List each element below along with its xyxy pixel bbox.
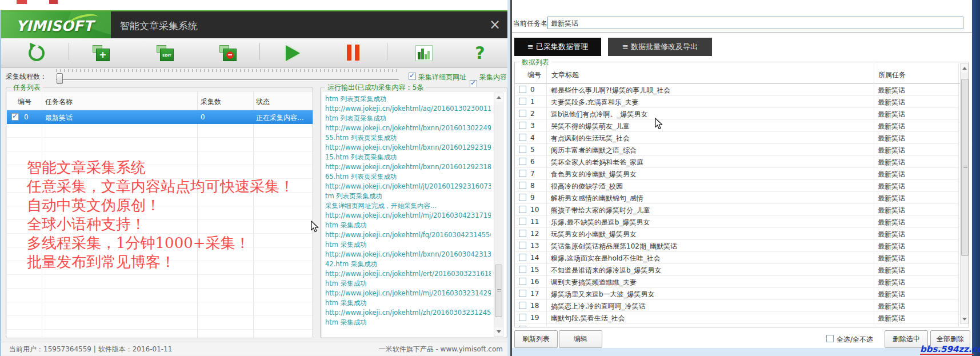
row-task: 最新笑话: [878, 326, 905, 327]
row-checkbox[interactable]: [519, 182, 526, 189]
article-row[interactable]: 15 不知道是谁请来的爆冷逗b_爆笑男女 最新笑话: [515, 264, 958, 276]
article-row[interactable]: 14 糗爆,这场面实在是hold不住哇_社会 最新笑话: [515, 252, 958, 264]
article-row[interactable]: 6 笑坏全家人的老妈和老爸_家庭 最新笑话: [515, 156, 958, 168]
task-row-selected[interactable]: 0 最新笑话 0 正在采集内容...: [7, 110, 313, 124]
row-checkbox[interactable]: [519, 134, 526, 141]
thread-slider[interactable]: [56, 79, 399, 81]
row-checkbox[interactable]: [519, 86, 526, 93]
row-checkbox[interactable]: [519, 290, 526, 297]
row-checkbox[interactable]: [519, 206, 526, 213]
help-button[interactable]: ?: [469, 41, 491, 65]
slider-handle[interactable]: [57, 73, 63, 84]
row-title: 笑很简单,逗b一出现我就笑了_爆笑男女: [551, 326, 670, 327]
output-line: http://www.jokeji.cn/jokehtml/bxnn/20160…: [325, 162, 491, 172]
status-brand: 一米软件旗下产品 - www.yimisoft.com: [379, 345, 503, 354]
row-checkbox[interactable]: [519, 218, 526, 225]
row-checkbox[interactable]: [519, 170, 526, 177]
task-row-checkbox[interactable]: [11, 113, 19, 121]
refresh-button[interactable]: [25, 41, 48, 65]
article-row[interactable]: 7 食色男女的冷幽默_爆笑男女 最新笑话: [515, 168, 958, 180]
close-icon[interactable]: ×: [485, 15, 505, 34]
row-checkbox[interactable]: [519, 254, 526, 261]
row-checkbox[interactable]: [519, 98, 526, 105]
article-row[interactable]: 4 有点讽刺的生活玩笑_社会 最新笑话: [515, 132, 958, 144]
article-row[interactable]: 12 玩笑男女的小幽默_爆笑男女 最新笑话: [515, 228, 958, 240]
col-id: 编号: [18, 97, 31, 107]
screen-artifact: [17, 0, 27, 4]
row-checkbox[interactable]: [519, 278, 526, 285]
article-row[interactable]: 5 阅历丰富者的幽默之语_综合 最新笑话: [515, 144, 958, 156]
scroll-down-icon[interactable]: [494, 327, 503, 336]
article-row[interactable]: 17 爆笑场里又来逗b一大波_爆笑男女 最新笑话: [515, 288, 958, 300]
output-group-title: 运行输出(已成功采集内容：5条: [325, 83, 426, 93]
article-row[interactable]: 16 调到夫妻搞笑频道瞧瞧_夫妻 最新笑话: [515, 276, 958, 288]
promo-line: 批量发布到常见博客！: [27, 253, 294, 271]
scrollbar-thumb[interactable]: [495, 265, 502, 317]
start-button[interactable]: [281, 41, 304, 65]
refresh-list-button[interactable]: 刷新列表: [514, 330, 558, 348]
row-checkbox[interactable]: [519, 326, 526, 327]
article-row[interactable]: 0 都是些什么事儿啊?!爆笑的事儿呗_社会 最新笑话: [515, 84, 958, 96]
row-task: 最新笑话: [878, 206, 905, 215]
article-row[interactable]: 18 搞笑恋上冷,冷的直呵呵_冷笑话 最新笑话: [515, 300, 958, 312]
titlebar[interactable]: YIMISOFT 智能文章采集系统 ×: [1, 10, 509, 38]
detail-url-checkbox[interactable]: [409, 73, 416, 80]
edit-button[interactable]: 编辑: [559, 330, 602, 348]
promo-line: 任意采集，文章内容站点均可快速采集！: [27, 177, 294, 196]
article-row[interactable]: 13 笑话集原创笑话精品展第102期_幽默笑话 最新笑话: [515, 240, 958, 252]
output-log: htm 列表页采集成功http://www.jokeji.cn/jokehtml…: [325, 94, 491, 333]
delete-task-icon: [219, 45, 237, 61]
row-checkbox[interactable]: [519, 230, 526, 237]
promo-line: 自动中英文伪原创！: [27, 196, 294, 215]
article-row[interactable]: 9 解析男女感情的幽默锦句_感情 最新笑话: [515, 192, 958, 204]
article-row[interactable]: 19 幽默句段,笑看生活_社会 最新笑话: [515, 312, 958, 324]
article-row[interactable]: 2 逗b说他们有点冷啊。_爆笑男女 最新笑话: [515, 108, 958, 120]
article-row[interactable]: 3 哭笑不得的爆笑萌友_儿童 最新笑话: [515, 120, 958, 132]
scroll-up-icon[interactable]: [494, 93, 503, 102]
task-row-count: 0: [201, 113, 205, 121]
slider-ticks: [56, 69, 399, 72]
row-checkbox[interactable]: [519, 266, 526, 273]
select-all-checkbox[interactable]: [826, 335, 834, 342]
article-row[interactable]: 1 夫妻笑段多,充满喜和乐_夫妻 最新笑话: [515, 96, 958, 108]
task-row-status: 正在采集内容...: [256, 113, 303, 123]
output-line: http://www.jokeji.cn/jokehtml/bxnn/20160…: [325, 123, 491, 133]
delete-task-button[interactable]: [217, 41, 239, 65]
output-line: http://www.jokeji.cn/jokehtml/mj/2016030…: [325, 289, 491, 298]
row-checkbox[interactable]: [519, 158, 526, 165]
edit-task-button[interactable]: EDIT: [154, 41, 177, 65]
row-task: 最新笑话: [878, 98, 905, 107]
statistics-button[interactable]: [413, 41, 435, 65]
article-row[interactable]: 11 乐爆,最不缺笑的是逗b_爆笑男女 最新笑话: [515, 216, 958, 228]
article-row[interactable]: 20 笑很简单,逗b一出现我就笑了_爆笑男女 最新笑话: [515, 324, 958, 327]
output-scrollbar[interactable]: [494, 93, 503, 337]
watermark-underline: [920, 354, 974, 355]
row-checkbox[interactable]: [519, 314, 526, 321]
row-id: 20: [530, 326, 539, 327]
row-checkbox[interactable]: [519, 110, 526, 117]
scroll-up-icon[interactable]: [961, 64, 968, 73]
output-line: 采集详细页网址完成，开始采集内容...: [325, 201, 491, 211]
output-line: http://www.jokeji.cn/jokehtml/jt/2016012…: [325, 182, 491, 191]
row-checkbox[interactable]: [519, 146, 526, 153]
toolbar-divider: [387, 43, 387, 60]
article-row[interactable]: 8 很高冷的傻缺学渣_校园 最新笑话: [515, 180, 958, 192]
pause-button[interactable]: [342, 41, 365, 65]
scrollbar-thumb[interactable]: [961, 79, 969, 256]
row-id: 17: [530, 290, 539, 298]
add-task-button[interactable]: +: [90, 41, 113, 65]
row-checkbox[interactable]: [519, 122, 526, 129]
bar-chart-icon: [415, 45, 433, 61]
output-line: htm 采集成功: [325, 240, 491, 250]
scroll-down-icon[interactable]: [961, 315, 968, 323]
article-row[interactable]: 10 熊孩子带给大家的爆笑时分_儿童 最新笑话: [515, 204, 958, 216]
row-task: 最新笑话: [878, 182, 905, 191]
tab-batch-export[interactable]: ≡ 数据批量修改及导出: [608, 38, 712, 56]
row-task: 最新笑话: [878, 254, 905, 263]
current-task-input[interactable]: 最新笑话: [547, 17, 963, 29]
row-checkbox[interactable]: [519, 302, 526, 309]
row-checkbox[interactable]: [519, 194, 526, 201]
row-task: 最新笑话: [878, 170, 905, 179]
table-scrollbar[interactable]: [960, 63, 969, 324]
row-checkbox[interactable]: [519, 242, 526, 249]
